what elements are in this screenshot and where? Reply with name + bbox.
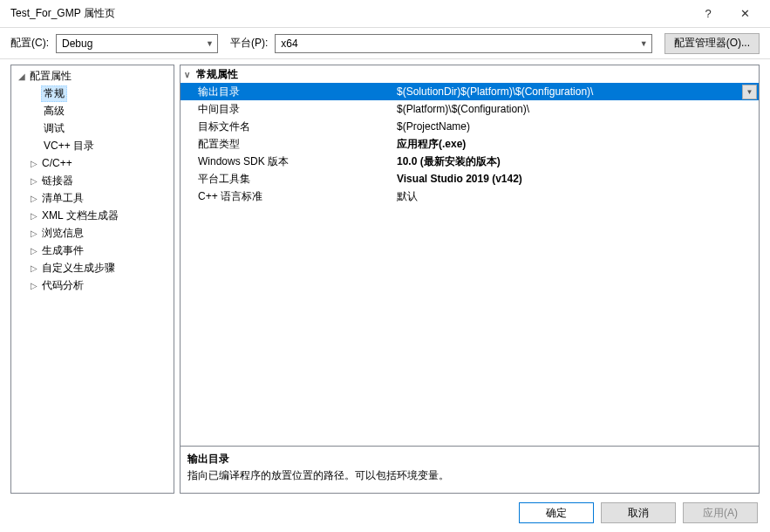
group-header[interactable]: ∨ 常规属性 (181, 65, 759, 83)
chevron-down-icon: ▼ (206, 39, 214, 48)
expand-toggle-icon[interactable]: ▷ (29, 211, 39, 221)
window-controls: ? ✕ (690, 0, 763, 28)
expand-toggle-icon[interactable]: ▷ (29, 246, 39, 256)
property-value[interactable]: 默认 (397, 189, 759, 204)
tree-item[interactable]: 调试 (11, 119, 174, 137)
main-area: ◢ 配置属性 常规高级调试VC++ 目录 ▷C/C++▷链接器▷清单工具▷XML… (0, 59, 770, 494)
cancel-button[interactable]: 取消 (601, 502, 676, 523)
property-row[interactable]: Windows SDK 版本10.0 (最新安装的版本) (181, 153, 759, 170)
window-title: Test_For_GMP 属性页 (10, 6, 115, 21)
tree-item[interactable]: ▷链接器 (11, 172, 174, 189)
tree-item[interactable]: ▷代码分析 (11, 276, 174, 294)
dialog-footer: 确定 取消 应用(A) (0, 494, 770, 532)
collapse-toggle-icon[interactable]: ∨ (184, 70, 196, 79)
tree-item[interactable]: ▷生成事件 (11, 242, 174, 259)
tree-item[interactable]: ▷XML 文档生成器 (11, 207, 174, 224)
property-pane: ∨ 常规属性 输出目录$(SolutionDir)$(Platform)\$(C… (180, 65, 760, 494)
tree-item[interactable]: ▷浏览信息 (11, 224, 174, 242)
property-value[interactable]: Visual Studio 2019 (v142) (397, 173, 759, 185)
property-row[interactable]: 目标文件名$(ProjectName) (181, 118, 759, 135)
apply-button[interactable]: 应用(A) (683, 502, 758, 523)
expand-toggle-icon[interactable]: ▷ (29, 176, 39, 186)
config-combo[interactable]: Debug ▼ (56, 34, 218, 53)
property-row[interactable]: C++ 语言标准默认 (181, 188, 759, 205)
property-value[interactable]: 10.0 (最新安装的版本) (397, 154, 759, 169)
property-name: Windows SDK 版本 (181, 154, 397, 169)
config-label: 配置(C): (10, 36, 49, 51)
property-name: C++ 语言标准 (181, 189, 397, 204)
close-button[interactable]: ✕ (726, 0, 763, 28)
property-name: 配置类型 (181, 137, 397, 152)
expand-toggle-icon[interactable]: ▷ (29, 281, 39, 290)
help-button[interactable]: ? (690, 0, 726, 28)
desc-text: 指向已编译程序的放置位置的路径。可以包括环境变量。 (187, 468, 752, 483)
expand-toggle-icon[interactable]: ◢ (17, 72, 27, 81)
property-name: 输出目录 (181, 85, 397, 99)
description-pane: 输出目录 指向已编译程序的放置位置的路径。可以包括环境变量。 (180, 447, 760, 494)
tree-item[interactable]: ▷清单工具 (11, 189, 174, 207)
expand-toggle-icon[interactable]: ▷ (29, 263, 39, 273)
tree-root[interactable]: ◢ 配置属性 (11, 67, 174, 85)
property-name: 目标文件名 (181, 119, 397, 134)
platform-value: x64 (281, 38, 297, 50)
toolbar: 配置(C): Debug ▼ 平台(P): x64 ▼ 配置管理器(O)... (0, 28, 770, 59)
property-name: 平台工具集 (181, 172, 397, 187)
expand-toggle-icon[interactable]: ▷ (29, 159, 39, 168)
tree-item[interactable]: 高级 (11, 102, 174, 119)
ok-button[interactable]: 确定 (519, 502, 594, 523)
tree-item[interactable]: VC++ 目录 (11, 137, 174, 154)
expand-toggle-icon[interactable]: ▷ (29, 228, 39, 238)
property-row[interactable]: 中间目录$(Platform)\$(Configuration)\ (181, 100, 759, 118)
title-bar: Test_For_GMP 属性页 ? ✕ (0, 0, 770, 28)
expand-toggle-icon[interactable]: ▷ (29, 194, 39, 203)
desc-title: 输出目录 (187, 452, 752, 467)
property-value[interactable]: $(ProjectName) (397, 120, 759, 133)
nav-tree[interactable]: ◢ 配置属性 常规高级调试VC++ 目录 ▷C/C++▷链接器▷清单工具▷XML… (10, 65, 174, 494)
platform-combo[interactable]: x64 ▼ (275, 34, 651, 53)
dropdown-icon[interactable]: ▼ (742, 85, 757, 99)
property-name: 中间目录 (181, 102, 397, 117)
tree-item[interactable]: ▷C/C++ (11, 154, 174, 172)
property-value[interactable]: $(Platform)\$(Configuration)\ (397, 103, 759, 115)
property-value[interactable]: $(SolutionDir)$(Platform)\$(Configuratio… (397, 85, 759, 99)
property-row[interactable]: 配置类型应用程序(.exe) (181, 135, 759, 153)
tree-item[interactable]: ▷自定义生成步骤 (11, 259, 174, 276)
config-value: Debug (62, 38, 92, 50)
property-row[interactable]: 平台工具集Visual Studio 2019 (v142) (181, 170, 759, 188)
tree-item[interactable]: 常规 (11, 85, 174, 102)
property-grid[interactable]: ∨ 常规属性 输出目录$(SolutionDir)$(Platform)\$(C… (180, 65, 760, 447)
config-manager-button[interactable]: 配置管理器(O)... (664, 33, 760, 54)
property-value[interactable]: 应用程序(.exe) (397, 137, 759, 152)
property-row[interactable]: 输出目录$(SolutionDir)$(Platform)\$(Configur… (181, 83, 759, 100)
platform-label: 平台(P): (230, 36, 268, 51)
chevron-down-icon: ▼ (640, 39, 648, 48)
